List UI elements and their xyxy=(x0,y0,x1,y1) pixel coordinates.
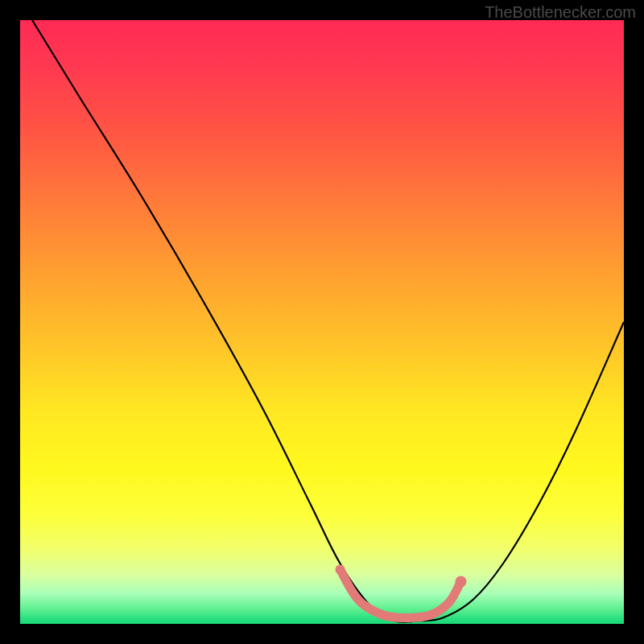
bottleneck-curve xyxy=(32,20,624,622)
highlight-start-dot xyxy=(336,565,345,575)
attribution-text: TheBottlenecker.com xyxy=(485,3,636,22)
plot-area xyxy=(20,20,624,624)
chart-svg xyxy=(20,20,624,624)
highlight-end-dot xyxy=(456,576,467,588)
optimal-range-highlight xyxy=(341,570,461,618)
